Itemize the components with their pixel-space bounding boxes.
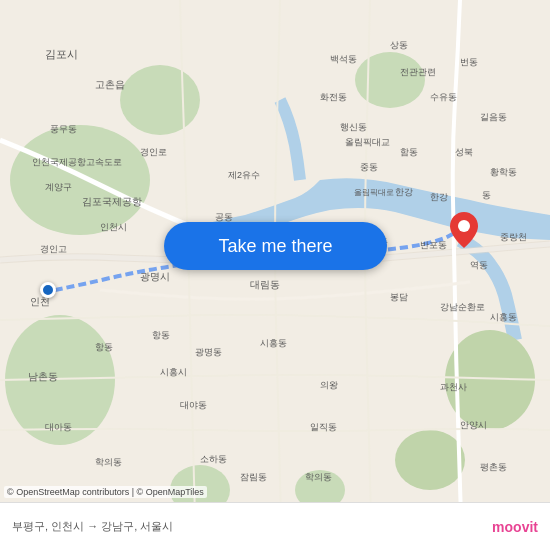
svg-text:대림동: 대림동: [250, 279, 280, 290]
svg-text:중동: 중동: [360, 162, 378, 172]
footer-bar: 부평구, 인천시 → 강남구, 서울시 moovit: [0, 502, 550, 550]
svg-point-7: [120, 65, 200, 135]
svg-text:성북: 성북: [455, 147, 473, 157]
svg-text:화전동: 화전동: [320, 92, 347, 102]
svg-text:동: 동: [482, 190, 491, 200]
svg-text:계양구: 계양구: [45, 182, 72, 192]
svg-text:학의동: 학의동: [95, 457, 122, 467]
route-arrow: →: [87, 520, 98, 532]
svg-text:올림픽대교: 올림픽대교: [345, 137, 390, 147]
moovit-logo: moovit: [492, 519, 538, 535]
svg-text:안양시: 안양시: [460, 420, 487, 430]
svg-text:공동: 공동: [215, 212, 233, 222]
svg-text:평촌동: 평촌동: [480, 462, 507, 472]
svg-text:대야동: 대야동: [180, 400, 207, 410]
svg-text:중랑천: 중랑천: [500, 232, 527, 242]
destination-label: 강남구, 서울시: [101, 520, 173, 532]
svg-text:과천사: 과천사: [440, 382, 467, 392]
map-background: 김포시 고촌읍 인천국제공항고속도로 김포국제공항 경인고 인천 남촌동 광명시…: [0, 0, 550, 550]
svg-point-8: [355, 52, 425, 108]
svg-text:고촌읍: 고촌읍: [95, 79, 125, 90]
svg-text:수유동: 수유동: [430, 92, 457, 102]
svg-text:경인고: 경인고: [40, 244, 67, 254]
svg-text:제2유수: 제2유수: [228, 170, 260, 180]
destination-pin: [450, 212, 478, 240]
footer-route-info: 부평구, 인천시 → 강남구, 서울시: [12, 519, 173, 534]
map-attribution: © OpenStreetMap contributors | © OpenMap…: [4, 486, 207, 498]
svg-text:잠림동: 잠림동: [240, 472, 267, 482]
svg-text:항동: 항동: [152, 330, 170, 340]
svg-point-4: [395, 430, 465, 490]
svg-text:의왕: 의왕: [320, 380, 338, 390]
svg-text:소하동: 소하동: [200, 454, 227, 464]
svg-text:봉담: 봉담: [390, 292, 408, 302]
svg-text:올림픽대로: 올림픽대로: [354, 188, 394, 197]
svg-text:김포시: 김포시: [45, 48, 78, 60]
svg-text:인천시: 인천시: [100, 222, 127, 232]
svg-text:한강: 한강: [430, 192, 448, 202]
svg-point-1: [10, 125, 150, 235]
svg-text:길음동: 길음동: [480, 112, 507, 122]
svg-text:인천국제공항고속도로: 인천국제공항고속도로: [32, 157, 122, 167]
svg-point-64: [458, 220, 470, 232]
svg-text:번동: 번동: [460, 57, 478, 67]
svg-text:경인로: 경인로: [140, 147, 167, 157]
svg-text:함동: 함동: [400, 147, 418, 157]
svg-text:상동: 상동: [390, 40, 408, 50]
svg-text:광명동: 광명동: [195, 347, 222, 357]
svg-text:항동: 항동: [95, 342, 113, 352]
svg-text:역동: 역동: [470, 260, 488, 270]
svg-text:광명시: 광명시: [140, 271, 170, 282]
svg-text:시흥시: 시흥시: [160, 367, 187, 377]
svg-text:시흥동: 시흥동: [490, 312, 517, 322]
svg-text:일직동: 일직동: [310, 422, 337, 432]
origin-label: 부평구, 인천시: [12, 520, 84, 532]
svg-text:대아동: 대아동: [45, 422, 72, 432]
svg-text:한강: 한강: [395, 187, 413, 197]
take-me-there-button[interactable]: Take me there: [164, 222, 387, 270]
footer-branding: moovit: [492, 519, 538, 535]
svg-text:반포동: 반포동: [420, 240, 447, 250]
svg-text:황학동: 황학동: [490, 167, 517, 177]
svg-text:남촌동: 남촌동: [28, 371, 58, 382]
map-container: 김포시 고촌읍 인천국제공항고속도로 김포국제공항 경인고 인천 남촌동 광명시…: [0, 0, 550, 550]
svg-text:전관관련: 전관관련: [400, 67, 436, 77]
svg-text:풍무동: 풍무동: [50, 124, 77, 134]
svg-text:강남순환로: 강남순환로: [440, 302, 485, 312]
svg-text:행신동: 행신동: [340, 122, 367, 132]
origin-pin: [40, 282, 56, 298]
svg-text:시흥동: 시흥동: [260, 338, 287, 348]
svg-text:학의동: 학의동: [305, 472, 332, 482]
svg-text:백석동: 백석동: [330, 54, 357, 64]
svg-text:김포국제공항: 김포국제공항: [82, 196, 142, 207]
